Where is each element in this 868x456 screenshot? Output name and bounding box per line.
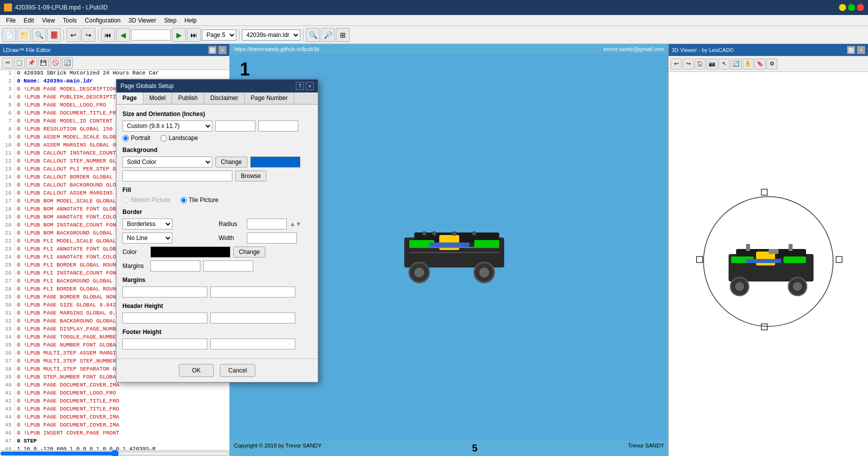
radius-input[interactable]: 0 bbox=[247, 218, 287, 230]
margins-label: Margins bbox=[122, 276, 312, 284]
dialog-page-content: Size and Orientation (Inches) Custom (9.… bbox=[116, 104, 318, 358]
border-width-row: Width 0.0000 bbox=[219, 232, 312, 244]
background-change-button[interactable]: Change bbox=[215, 156, 247, 168]
border-color-row: Color Change bbox=[122, 246, 312, 258]
tile-radio[interactable]: Tile Picture bbox=[180, 196, 219, 204]
dialog-title: Page Globals Setup bbox=[120, 82, 174, 90]
tab-page-number[interactable]: Page Number bbox=[245, 92, 294, 104]
footer-height-row: 9.8425 0.3000 bbox=[122, 338, 312, 350]
dialog-footer: OK Cancel bbox=[116, 358, 318, 382]
dialog-close-button[interactable]: × bbox=[306, 82, 314, 90]
header-height-label: Header Height bbox=[122, 302, 312, 310]
border-style-dropdown[interactable]: Borderless bbox=[122, 218, 172, 230]
background-path-input[interactable] bbox=[122, 170, 232, 182]
margin-left-input[interactable]: 0.0197 bbox=[122, 286, 207, 298]
radius-spinner: ▲▼ bbox=[290, 220, 302, 228]
border-section: Border Borderless Radius 0 ▲▼ No bbox=[122, 208, 312, 272]
dialog-titlebar: Page Globals Setup ? × bbox=[116, 80, 318, 92]
background-browse-button[interactable]: Browse bbox=[235, 170, 266, 182]
tab-model[interactable]: Model bbox=[143, 92, 172, 104]
border-color-change-button[interactable]: Change bbox=[233, 246, 265, 258]
header-height-section: Header Height 9.8425 0.3000 bbox=[122, 302, 312, 324]
dialog-overlay: Page Globals Setup ? × Page Model Publis… bbox=[0, 0, 868, 456]
portrait-radio[interactable]: Portrait bbox=[122, 134, 150, 142]
fill-options-row: Stretch Picture Tile Picture bbox=[122, 196, 312, 204]
size-row: Custom (9.8 x 11.7) 9.8425 11.6929 bbox=[122, 120, 312, 132]
margins-section: Margins 0.0197 0.0197 bbox=[122, 276, 312, 298]
border-style-row: Borderless bbox=[122, 218, 216, 230]
border-grid: Borderless Radius 0 ▲▼ No Line Wi bbox=[122, 218, 312, 244]
margin-right-input[interactable]: 0.0197 bbox=[210, 286, 295, 298]
width-label: Width bbox=[219, 234, 244, 242]
dialog-ok-button[interactable]: OK bbox=[179, 364, 214, 377]
background-type-dropdown[interactable]: Solid Color bbox=[122, 156, 212, 168]
border-margin-left-input[interactable]: 0.0500 bbox=[150, 260, 200, 272]
border-margins-row: Margins 0.0500 0.0500 bbox=[122, 260, 312, 272]
border-line-dropdown[interactable]: No Line bbox=[122, 232, 172, 244]
size-orientation-section: Size and Orientation (Inches) Custom (9.… bbox=[122, 110, 312, 142]
border-margin-right-input[interactable]: 0.0500 bbox=[203, 260, 253, 272]
size-orientation-label: Size and Orientation (Inches) bbox=[122, 110, 312, 118]
background-section: Background Solid Color Change Browse bbox=[122, 146, 312, 182]
header-height-input[interactable]: 0.3000 bbox=[210, 312, 295, 324]
tab-disclaimer[interactable]: Disclaimer bbox=[204, 92, 245, 104]
stretch-radio[interactable]: Stretch Picture bbox=[122, 196, 170, 204]
tab-page[interactable]: Page bbox=[116, 92, 143, 104]
landscape-radio[interactable]: Landscape bbox=[160, 134, 198, 142]
border-radius-row: Radius 0 ▲▼ bbox=[219, 218, 312, 230]
width-input[interactable]: 9.8425 bbox=[215, 120, 255, 132]
dialog-tabs: Page Model Publish Disclaimer Page Numbe… bbox=[116, 92, 318, 104]
header-width-input[interactable]: 9.8425 bbox=[122, 312, 207, 324]
dialog-cancel-button[interactable]: Cancel bbox=[220, 364, 255, 377]
footer-height-label: Footer Height bbox=[122, 328, 312, 336]
background-type-row: Solid Color Change bbox=[122, 156, 312, 168]
orientation-group: Portrait Landscape bbox=[122, 134, 312, 142]
width-border-input[interactable]: 0.0000 bbox=[247, 232, 297, 244]
footer-width-input[interactable]: 9.8425 bbox=[122, 338, 207, 350]
border-label: Border bbox=[122, 208, 312, 216]
fill-section: Fill Stretch Picture Tile Picture bbox=[122, 186, 312, 204]
page-globals-dialog: Page Globals Setup ? × Page Model Publis… bbox=[116, 79, 318, 382]
background-browse-row: Browse bbox=[122, 170, 312, 182]
fill-label: Fill bbox=[122, 186, 312, 194]
background-color-swatch[interactable] bbox=[250, 156, 300, 168]
header-height-row: 9.8425 0.3000 bbox=[122, 312, 312, 324]
dialog-help-button[interactable]: ? bbox=[296, 82, 304, 90]
height-input[interactable]: 11.6929 bbox=[258, 120, 298, 132]
border-margins-label: Margins bbox=[122, 262, 147, 270]
radius-label: Radius bbox=[219, 220, 244, 228]
tab-publish[interactable]: Publish bbox=[172, 92, 204, 104]
footer-height-section: Footer Height 9.8425 0.3000 bbox=[122, 328, 312, 350]
background-label: Background bbox=[122, 146, 312, 154]
border-line-row: No Line bbox=[122, 232, 216, 244]
border-color-swatch[interactable] bbox=[150, 246, 230, 258]
margins-inputs-row: 0.0197 0.0197 bbox=[122, 286, 312, 298]
size-dropdown[interactable]: Custom (9.8 x 11.7) bbox=[122, 120, 212, 132]
footer-height-input[interactable]: 0.3000 bbox=[210, 338, 295, 350]
color-label: Color bbox=[122, 248, 147, 256]
